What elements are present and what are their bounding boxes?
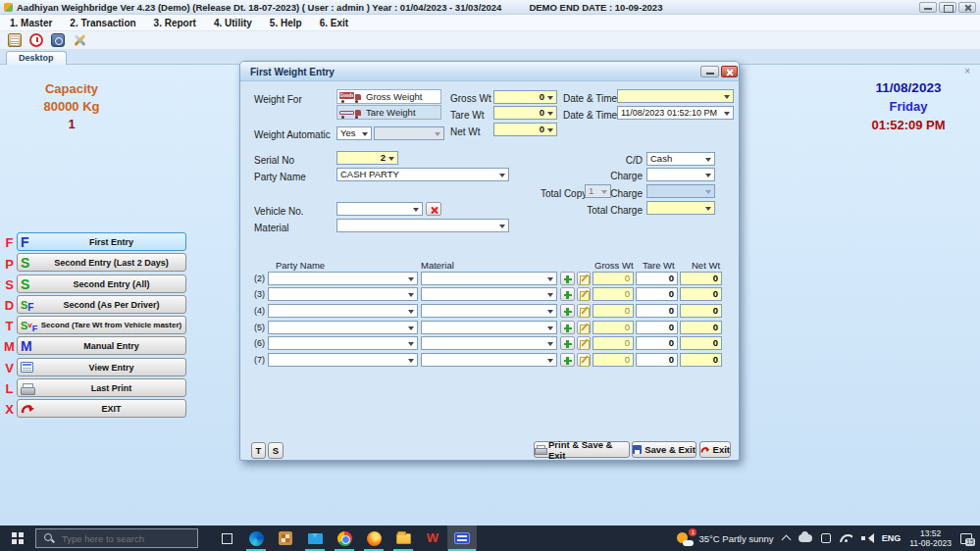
menu-transaction[interactable]: 2. Transaction <box>70 18 135 28</box>
row-gross-field[interactable]: 0 <box>593 321 634 334</box>
s-button[interactable]: S <box>268 442 284 459</box>
chrome-button[interactable] <box>330 526 359 551</box>
total-charge-field[interactable] <box>646 201 715 215</box>
tare-wt-field[interactable]: 0 <box>493 106 557 120</box>
charge2-dropdown[interactable] <box>646 184 715 198</box>
menu-report[interactable]: 3. Report <box>154 18 196 28</box>
cd-dropdown[interactable]: Cash <box>646 152 715 166</box>
window-minimize-icon[interactable] <box>919 2 937 13</box>
sidebar-button-second-as-per-driver[interactable]: S F Second (As Per Driver) <box>17 295 186 314</box>
window-close-icon[interactable] <box>958 2 976 13</box>
mdi-close-icon[interactable]: × <box>964 67 970 76</box>
task-view-button[interactable] <box>212 526 241 551</box>
row-tare-field[interactable]: 0 <box>636 336 678 350</box>
gross-wt-field[interactable]: 0 <box>493 90 557 104</box>
row-net-field[interactable]: 0 <box>680 321 722 334</box>
language-indicator[interactable]: ENG <box>882 533 902 543</box>
row-party-dropdown[interactable] <box>268 321 418 334</box>
backup-icon[interactable] <box>51 33 65 47</box>
charge1-dropdown[interactable] <box>646 168 715 181</box>
store-button[interactable] <box>271 526 300 551</box>
edit-row-icon[interactable] <box>577 353 591 367</box>
row-gross-field[interactable]: 0 <box>593 287 634 301</box>
add-row-icon[interactable] <box>560 287 575 301</box>
material-dropdown[interactable] <box>336 219 509 232</box>
net-wt-field[interactable]: 0 <box>493 123 557 136</box>
tare-weight-button[interactable]: Tare Weight <box>336 105 441 120</box>
row-material-dropdown[interactable] <box>421 321 557 334</box>
sidebar-button-first-entry[interactable]: F First Entry <box>17 232 186 251</box>
sidebar-button-exit[interactable]: EXIT <box>17 399 186 418</box>
sidebar-button-second-entry-last2days[interactable]: S Second Entry (Last 2 Days) <box>17 253 186 272</box>
mail-button[interactable] <box>300 526 330 551</box>
menu-utility[interactable]: 4. Utility <box>214 18 252 28</box>
row-net-field[interactable]: 0 <box>680 304 722 318</box>
dialog-close-icon[interactable] <box>721 66 738 77</box>
search-input[interactable] <box>36 533 197 544</box>
datetime1-dropdown[interactable] <box>617 89 734 103</box>
row-gross-field[interactable]: 0 <box>593 304 634 318</box>
print-save-exit-button[interactable]: Print & Save & Exit <box>534 441 630 458</box>
row-gross-field[interactable]: 0 <box>593 336 634 350</box>
save-exit-button[interactable]: Save & Exit <box>632 441 696 458</box>
tab-desktop[interactable]: Desktop <box>6 51 67 65</box>
firefox-button[interactable] <box>359 526 388 551</box>
row-tare-field[interactable]: 0 <box>636 353 678 367</box>
taskbar-search[interactable] <box>35 528 198 548</box>
sidebar-button-manual-entry[interactable]: M Manual Entry <box>17 336 186 355</box>
sidebar-button-second-entry-all[interactable]: S Second Entry (All) <box>17 275 186 293</box>
file-explorer-button[interactable] <box>388 526 418 551</box>
gross-weight-button[interactable]: Goods Gross Weight <box>336 89 441 104</box>
taskbar-clock[interactable]: 13:52 11-08-2023 <box>909 528 952 548</box>
row-net-field[interactable]: 0 <box>680 353 722 367</box>
weight-automatic-dropdown[interactable]: Yes <box>336 126 372 140</box>
wps-button[interactable]: W <box>418 526 447 551</box>
row-material-dropdown[interactable] <box>421 304 557 318</box>
row-party-dropdown[interactable] <box>268 304 418 318</box>
tray-chevron-icon[interactable] <box>781 535 791 545</box>
menu-help[interactable]: 5. Help <box>270 18 302 28</box>
row-gross-field[interactable]: 0 <box>593 272 634 285</box>
vehicle-no-dropdown[interactable] <box>336 202 423 216</box>
row-material-dropdown[interactable] <box>421 287 557 301</box>
dialog-titlebar[interactable]: First Weight Entry <box>240 62 739 81</box>
menu-master[interactable]: 1. Master <box>10 18 52 28</box>
party-name-dropdown[interactable]: CASH PARTY <box>336 168 509 181</box>
row-tare-field[interactable]: 0 <box>636 287 678 301</box>
sidebar-button-view-entry[interactable]: View Entry <box>17 358 186 376</box>
wifi-icon[interactable] <box>840 534 852 542</box>
add-row-icon[interactable] <box>560 353 575 367</box>
edit-row-icon[interactable] <box>577 336 591 350</box>
add-row-icon[interactable] <box>560 321 575 334</box>
start-button[interactable] <box>0 526 35 551</box>
serial-no-field[interactable]: 2 <box>336 151 398 165</box>
add-row-icon[interactable] <box>560 304 575 318</box>
row-party-dropdown[interactable] <box>268 272 418 285</box>
edit-row-icon[interactable] <box>577 304 591 318</box>
tools-icon[interactable] <box>73 33 86 47</box>
add-row-icon[interactable] <box>560 272 575 285</box>
clear-vehicle-icon[interactable] <box>426 202 441 216</box>
row-party-dropdown[interactable] <box>268 336 418 350</box>
add-row-icon[interactable] <box>560 336 575 350</box>
dialog-minimize-icon[interactable] <box>700 66 719 77</box>
menu-exit[interactable]: 6. Exit <box>320 18 348 28</box>
volume-muted-icon[interactable] <box>861 533 873 543</box>
row-tare-field[interactable]: 0 <box>636 321 678 334</box>
alarm-clock-icon[interactable] <box>29 33 43 47</box>
exit-button[interactable]: Exit <box>699 441 731 458</box>
row-net-field[interactable]: 0 <box>680 336 722 350</box>
row-material-dropdown[interactable] <box>421 336 557 350</box>
row-net-field[interactable]: 0 <box>680 272 722 285</box>
row-tare-field[interactable]: 0 <box>636 304 678 318</box>
onedrive-icon[interactable] <box>799 534 812 542</box>
row-material-dropdown[interactable] <box>421 272 557 285</box>
weather-widget[interactable]: 1 35°C Partly sunny <box>677 531 773 546</box>
row-net-field[interactable]: 0 <box>680 287 722 301</box>
weighbridge-app-button[interactable] <box>447 526 477 551</box>
row-tare-field[interactable]: 0 <box>636 272 678 285</box>
entry-form-icon[interactable] <box>8 33 22 47</box>
row-material-dropdown[interactable] <box>421 353 557 367</box>
datetime2-dropdown[interactable]: 11/08/2023 01:52:10 PM <box>617 106 734 120</box>
row-party-dropdown[interactable] <box>268 287 418 301</box>
